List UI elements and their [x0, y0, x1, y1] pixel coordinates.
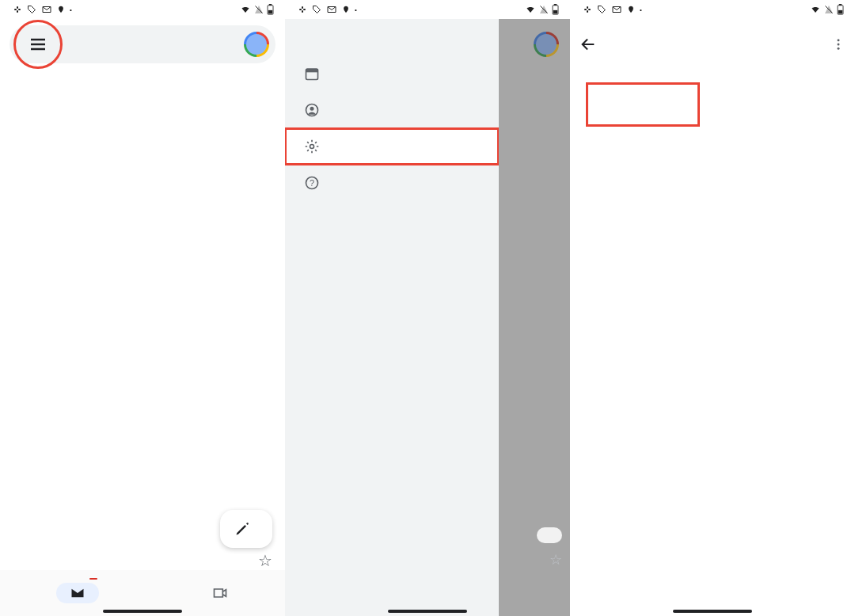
tag-icon	[312, 5, 321, 14]
svg-rect-6	[269, 4, 272, 6]
drawer-item-contacts[interactable]	[285, 92, 499, 128]
svg-rect-10	[302, 6, 303, 9]
screen-inbox: •	[0, 0, 285, 616]
svg-point-33	[838, 48, 840, 50]
svg-point-32	[838, 44, 840, 46]
compose-button-dim	[537, 527, 562, 543]
svg-rect-9	[303, 9, 306, 10]
signal-off-icon	[254, 5, 264, 14]
tag-icon	[27, 5, 36, 14]
svg-rect-29	[839, 4, 842, 6]
star-icon: ☆	[549, 551, 562, 568]
svg-rect-2	[17, 6, 18, 9]
gesture-handle[interactable]	[673, 610, 752, 613]
dot-icon: •	[355, 6, 357, 13]
battery-icon	[552, 4, 559, 15]
gesture-handle[interactable]	[103, 610, 182, 613]
pencil-icon	[234, 521, 250, 537]
svg-point-19	[310, 107, 314, 111]
mail-tab[interactable]	[56, 583, 99, 603]
unread-badge	[89, 578, 97, 580]
svg-rect-7	[268, 10, 272, 13]
meet-tab[interactable]	[211, 585, 230, 601]
wifi-icon	[810, 5, 821, 14]
tag-icon	[597, 5, 606, 14]
location-icon	[342, 5, 350, 14]
nav-drawer: ?	[285, 19, 499, 616]
dot-icon: •	[70, 6, 72, 13]
svg-rect-8	[299, 9, 302, 10]
svg-rect-30	[838, 10, 842, 13]
svg-rect-24	[588, 9, 591, 10]
svg-rect-11	[302, 10, 303, 13]
bottom-nav	[0, 570, 285, 616]
search-bar[interactable]	[10, 25, 276, 63]
status-bar: •	[285, 0, 570, 19]
dot-icon: •	[640, 6, 642, 13]
overflow-menu-button[interactable]	[831, 36, 846, 53]
gmail-icon	[611, 5, 622, 14]
svg-point-20	[310, 145, 314, 149]
location-icon	[57, 5, 65, 14]
screen-settings: •	[570, 0, 855, 616]
gesture-handle[interactable]	[388, 610, 467, 613]
svg-point-31	[838, 39, 840, 41]
battery-icon	[837, 4, 844, 15]
status-bar: •	[570, 0, 855, 19]
slack-icon	[583, 5, 592, 14]
google-apps-header	[285, 41, 499, 55]
location-icon	[627, 5, 635, 14]
back-button[interactable]	[580, 36, 597, 53]
signal-off-icon	[824, 5, 834, 14]
svg-rect-1	[18, 9, 21, 10]
signal-off-icon	[539, 5, 549, 14]
screen-drawer: • ?	[285, 0, 570, 616]
svg-rect-3	[17, 10, 18, 13]
slack-icon	[13, 5, 22, 14]
star-icon[interactable]: ☆	[258, 551, 272, 570]
svg-rect-23	[584, 9, 587, 10]
svg-rect-0	[14, 9, 17, 10]
wifi-icon	[525, 5, 536, 14]
status-bar: •	[0, 0, 285, 19]
svg-rect-15	[553, 10, 557, 13]
battery-icon	[267, 4, 274, 15]
svg-rect-25	[587, 6, 588, 9]
wifi-icon	[240, 5, 251, 14]
drawer-item-settings[interactable]	[285, 128, 499, 165]
svg-rect-26	[587, 10, 588, 13]
email-snippet-dim: ☆	[542, 551, 562, 568]
account-item-highlighted[interactable]	[586, 82, 700, 127]
svg-rect-17	[306, 69, 318, 72]
compose-button[interactable]	[220, 510, 272, 548]
slack-icon	[298, 5, 307, 14]
svg-rect-14	[554, 4, 557, 6]
account-avatar[interactable]	[244, 32, 269, 57]
drawer-item-help[interactable]: ?	[285, 165, 499, 201]
hamburger-menu-button[interactable]	[16, 22, 60, 67]
drawer-item-calendar[interactable]	[285, 55, 499, 92]
scrim[interactable]: ☆	[499, 19, 570, 616]
gmail-icon	[41, 5, 52, 14]
email-snippet: ☆	[158, 551, 272, 570]
gmail-icon	[326, 5, 337, 14]
svg-text:?: ?	[310, 178, 314, 188]
account-avatar	[534, 32, 559, 57]
